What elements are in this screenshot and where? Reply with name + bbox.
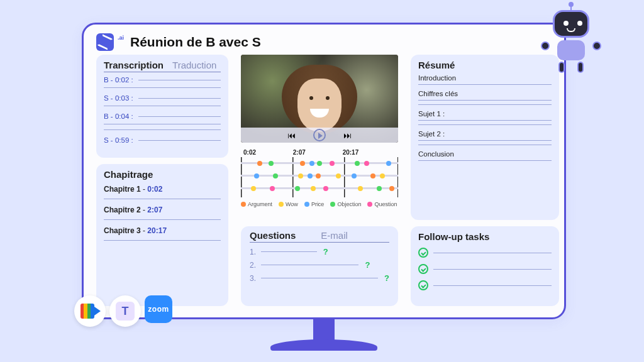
timeline-legend: ArgumentWowPriceObjectionQuestion bbox=[241, 201, 398, 207]
transcription-panel: Transcription Traduction B - 0:02 :S - 0… bbox=[96, 55, 228, 158]
meeting-title: Réunion de B avec S bbox=[130, 35, 261, 50]
timeline-dot[interactable] bbox=[355, 161, 360, 166]
timeline-dot[interactable] bbox=[257, 161, 262, 166]
timeline-dot[interactable] bbox=[386, 161, 391, 166]
timeline-dot[interactable] bbox=[330, 161, 335, 166]
task-item[interactable] bbox=[418, 261, 552, 277]
timeline-dot[interactable] bbox=[295, 186, 300, 191]
header: .ai Réunion de B avec S bbox=[96, 33, 552, 51]
video-section: ⏮ ⏭ 0:022:0720:17 ArgumentWowPriceObject… bbox=[241, 55, 398, 220]
timeline-dot[interactable] bbox=[336, 173, 341, 178]
check-icon bbox=[418, 264, 428, 274]
timeline-dot[interactable] bbox=[311, 186, 316, 191]
resume-section[interactable]: Sujet 2 : bbox=[418, 129, 552, 138]
timeline-section: 0:022:0720:17 ArgumentWowPriceObjectionQ… bbox=[241, 149, 398, 207]
tasks-title: Follow-up tasks bbox=[418, 231, 552, 242]
chapter-item[interactable]: Chapitre 2 - 2:07 bbox=[104, 203, 221, 217]
task-item[interactable] bbox=[418, 244, 552, 261]
prev-track-icon[interactable]: ⏮ bbox=[287, 131, 296, 140]
timeline-dot[interactable] bbox=[269, 161, 274, 166]
ai-robot-icon bbox=[542, 10, 600, 79]
tasks-panel: Follow-up tasks bbox=[411, 226, 559, 306]
timeline-dot[interactable] bbox=[298, 173, 303, 178]
timeline-label: 2:07 bbox=[293, 149, 306, 156]
tab-email[interactable]: E-mail bbox=[321, 230, 348, 241]
app-monitor: .ai Réunion de B avec S Transcription Tr… bbox=[82, 23, 566, 319]
transcript-line[interactable]: S - 0:03 : bbox=[104, 93, 221, 103]
timeline-dot[interactable] bbox=[251, 186, 256, 191]
timeline-label: 0:02 bbox=[243, 149, 256, 156]
chapter-item[interactable]: Chapitre 1 - 0:02 bbox=[104, 182, 221, 196]
google-meet-icon[interactable] bbox=[74, 295, 106, 327]
monitor-base bbox=[270, 339, 377, 351]
microsoft-teams-icon[interactable]: T bbox=[109, 295, 141, 327]
resume-section[interactable]: Chiffres clés bbox=[418, 89, 552, 97]
timeline-dot[interactable] bbox=[370, 173, 375, 178]
legend-item: Wow bbox=[279, 201, 298, 207]
question-row[interactable]: 2.? bbox=[250, 258, 389, 272]
resume-section[interactable]: Sujet 1 : bbox=[418, 109, 552, 118]
timeline-dot[interactable] bbox=[358, 186, 363, 191]
chapitrage-panel: Chapitrage Chapitre 1 - 0:02Chapitre 2 -… bbox=[96, 164, 228, 306]
legend-item: Question bbox=[367, 201, 397, 207]
timeline-dot[interactable] bbox=[364, 161, 369, 166]
timeline-dot[interactable] bbox=[300, 161, 305, 166]
timeline-dot[interactable] bbox=[308, 173, 313, 178]
monitor-stand bbox=[313, 318, 335, 342]
timeline-dot[interactable] bbox=[389, 186, 394, 191]
video-thumbnail[interactable]: ⏮ ⏭ bbox=[241, 55, 398, 143]
resume-panel: Résumé IntroductionChiffres clésSujet 1 … bbox=[411, 55, 559, 220]
tab-transcription[interactable]: Transcription bbox=[104, 60, 164, 70]
next-track-icon[interactable]: ⏭ bbox=[343, 131, 352, 140]
resume-title: Résumé bbox=[418, 60, 552, 70]
tab-traduction[interactable]: Traduction bbox=[172, 60, 216, 70]
timeline-dot[interactable] bbox=[380, 173, 385, 178]
resume-section[interactable]: Introduction bbox=[418, 73, 552, 82]
transcript-line[interactable]: S - 0:59 : bbox=[104, 135, 221, 145]
question-row[interactable]: 3.? bbox=[250, 272, 389, 285]
timeline-dot[interactable] bbox=[273, 173, 278, 178]
legend-item: Argument bbox=[241, 201, 272, 207]
questions-panel: Questions E-mail 1.?2.?3.? bbox=[241, 226, 398, 306]
zoom-icon[interactable]: zoom bbox=[145, 295, 172, 323]
chapter-item[interactable]: Chapitre 3 - 20:17 bbox=[104, 224, 221, 238]
legend-item: Objection bbox=[330, 201, 361, 207]
timeline-dot[interactable] bbox=[270, 186, 275, 191]
timeline-dot[interactable] bbox=[309, 161, 314, 166]
transcript-line[interactable]: B - 0:04 : bbox=[104, 111, 221, 121]
timeline-dot[interactable] bbox=[317, 161, 322, 166]
check-icon bbox=[418, 248, 428, 258]
integration-icons: T zoom bbox=[74, 295, 172, 327]
resume-section[interactable]: Conclusion bbox=[418, 149, 552, 158]
timeline-dot[interactable] bbox=[316, 173, 321, 178]
legend-item: Price bbox=[304, 201, 325, 207]
logo-suffix: .ai bbox=[118, 35, 124, 41]
task-item[interactable] bbox=[418, 277, 552, 293]
tab-questions[interactable]: Questions bbox=[250, 230, 296, 241]
video-controls: ⏮ ⏭ bbox=[241, 128, 398, 143]
timeline-dot[interactable] bbox=[254, 173, 259, 178]
timeline-label: 20:17 bbox=[343, 149, 359, 156]
check-icon bbox=[418, 280, 428, 290]
transcript-line[interactable]: B - 0:02 : bbox=[104, 75, 221, 85]
timeline-dot[interactable] bbox=[323, 186, 328, 191]
question-row[interactable]: 1.? bbox=[250, 245, 389, 258]
timeline-dot[interactable] bbox=[352, 173, 357, 178]
app-logo-icon bbox=[96, 33, 114, 51]
timeline[interactable] bbox=[241, 157, 398, 197]
play-icon[interactable] bbox=[313, 129, 326, 141]
chapitrage-title: Chapitrage bbox=[104, 169, 221, 180]
timeline-dot[interactable] bbox=[377, 186, 382, 191]
